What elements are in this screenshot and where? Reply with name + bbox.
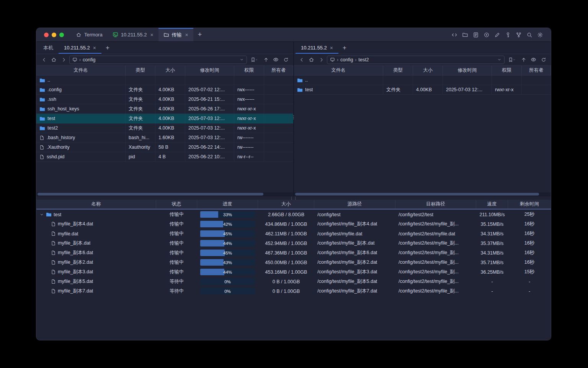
column-header[interactable]: 类型 (126, 66, 155, 75)
tab-label: 传输 (172, 31, 182, 38)
right-pane-forward-button[interactable] (317, 56, 326, 64)
right-pane-hscrollbar[interactable] (294, 192, 551, 196)
column-header[interactable]: 名称 (36, 200, 156, 209)
left-pane-show-hidden-button[interactable] (271, 56, 280, 64)
right-pane-show-hidden-button[interactable] (529, 56, 538, 64)
toolbar-branch-button[interactable] (514, 30, 523, 39)
column-header[interactable]: 所有者 (264, 66, 293, 75)
transfer-row[interactable]: myfile_副本.dat传输中44%452.94MB / 1.00GB/con… (36, 238, 551, 248)
left-pane-home-button[interactable] (49, 56, 58, 64)
right-pane-path-bar[interactable]: ›config›test2 (327, 56, 505, 64)
transfer-row[interactable]: test传输中33%2.66GB / 8.00GB/config/test/co… (36, 210, 551, 219)
file-row[interactable]: .XauthorityXauthority58 B2025-06-22 14:.… (36, 143, 293, 152)
left-pane-forward-button[interactable] (59, 56, 68, 64)
left-pane-refresh-button[interactable] (281, 56, 290, 64)
splitter-handle-icon[interactable]: ⋮ (291, 115, 296, 119)
right-pane-parent-dir-button[interactable] (519, 56, 528, 64)
left-pane-path-bar[interactable]: ›config (69, 56, 247, 64)
left-pane-hscrollbar[interactable] (36, 192, 293, 196)
column-header[interactable]: 大小 (258, 200, 314, 209)
scrollbar-thumb[interactable] (38, 193, 263, 196)
file-row[interactable]: sshd.pidpid4 B2025-06-22 10:...rw-r--r-- (36, 152, 293, 162)
chevron-down-icon[interactable] (497, 58, 501, 62)
right-pane-tab-0[interactable]: 10.211.55.2× (296, 42, 338, 54)
window-tab-host[interactable]: 10.211.55.2× (108, 28, 158, 41)
close-tab-icon[interactable]: × (150, 32, 153, 38)
toolbar-search-button[interactable] (524, 30, 534, 39)
file-name-cell: .config (36, 85, 126, 94)
window-tab-termora[interactable]: Termora (71, 28, 108, 41)
transfer-row[interactable]: myfile_副本5.dat等待中0%0 B / 1.00GB/config/t… (36, 277, 551, 286)
left-pane-tab-1[interactable]: 10.211.55.2× (59, 42, 101, 54)
zoom-window-button[interactable] (59, 33, 64, 37)
column-header[interactable]: 修改时间 (185, 66, 234, 75)
transfer-row[interactable]: myfile.dat传输中45%462.11MB / 1.00GB/config… (36, 229, 551, 238)
toolbar-record-button[interactable] (482, 30, 491, 39)
column-header[interactable]: 目标路径 (395, 200, 476, 209)
right-pane-bookmark-button[interactable] (506, 56, 518, 64)
column-header[interactable]: 修改时间 (443, 66, 492, 75)
close-tab-icon[interactable]: × (185, 32, 188, 38)
right-pane-home-button[interactable] (307, 56, 316, 64)
column-header[interactable]: 大小 (413, 66, 443, 75)
file-row[interactable]: test文件夹4.00KB2025-07-03 12:...rwxr-xr-x (294, 85, 551, 95)
transfer-row[interactable]: myfile_副本3.dat传输中44%453.16MB / 1.00GB/co… (36, 267, 551, 277)
scrollbar-thumb[interactable] (295, 193, 539, 196)
column-header[interactable]: 权限 (492, 66, 522, 75)
left-pane-bookmark-button[interactable] (248, 56, 260, 64)
transfer-splitter[interactable]: ⋮⋮ (36, 196, 551, 200)
transfer-row[interactable]: myfile_副本7.dat等待中0%0 B / 1.00GB/config/t… (36, 286, 551, 296)
pane-splitter[interactable]: ⋮ (293, 42, 294, 196)
file-row[interactable]: .. (36, 76, 293, 85)
file-icon (39, 145, 44, 150)
collapse-icon[interactable] (39, 212, 44, 217)
chevron-down-icon[interactable] (240, 58, 244, 62)
right-pane-refresh-button[interactable] (539, 56, 548, 64)
column-header[interactable]: 权限 (234, 66, 264, 75)
left-pane-new-tab-button[interactable]: + (101, 42, 114, 54)
close-window-button[interactable] (44, 33, 49, 37)
left-pane-parent-dir-button[interactable] (261, 56, 270, 64)
left-pane-back-button[interactable] (39, 56, 48, 64)
transfer-row[interactable]: myfile_副本6.dat传输中45%467.36MB / 1.00GB/co… (36, 248, 551, 258)
left-pane-tab-0[interactable]: 本机 (38, 42, 59, 54)
toolbar-edit-button[interactable] (492, 30, 502, 39)
file-icon (39, 135, 44, 140)
progress-label: 44% (200, 240, 255, 246)
toolbar-settings-button[interactable] (535, 30, 545, 39)
column-header[interactable]: 速度 (476, 200, 508, 209)
right-pane-back-button[interactable] (297, 56, 306, 64)
toolbar-code-button[interactable] (449, 30, 459, 39)
column-header[interactable]: 剩余时间 (508, 200, 551, 209)
path-segment[interactable]: test2 (358, 57, 369, 62)
transfer-row[interactable]: myfile_副本2.dat传输中43%450.00MB / 1.00GB/co… (36, 258, 551, 267)
path-segment[interactable]: config (83, 57, 95, 62)
column-header[interactable]: 进度 (197, 200, 258, 209)
window-tab-transfer[interactable]: 传输× (158, 28, 193, 41)
toolbar-key-button[interactable] (503, 30, 513, 39)
file-row[interactable]: test2文件夹4.00KB2025-07-03 12:...rwxr-xr-x (36, 123, 293, 133)
column-header[interactable]: 文件名 (36, 66, 126, 75)
close-tab-icon[interactable]: × (330, 45, 333, 51)
toolbar-log-button[interactable] (471, 30, 480, 39)
toolbar-folder-button[interactable] (460, 30, 470, 39)
minimize-window-button[interactable] (52, 33, 56, 37)
column-header[interactable]: 类型 (383, 66, 413, 75)
file-row[interactable]: .ssh文件夹4.00KB2025-06-21 15:...rwx------ (36, 95, 293, 104)
transfer-row[interactable]: myfile_副本4.dat传输中42%434.86MB / 1.00GB/co… (36, 219, 551, 229)
right-pane-new-tab-button[interactable]: + (338, 42, 351, 54)
column-header[interactable]: 文件名 (294, 66, 383, 75)
path-segment[interactable]: config (340, 57, 353, 62)
column-header[interactable]: 状态 (156, 200, 197, 209)
column-header[interactable]: 所有者 (522, 66, 551, 75)
file-row[interactable]: .bash_historybash_hi...1.60KB2025-07-03 … (36, 133, 293, 143)
file-row[interactable]: .config文件夹4.00KB2025-07-02 12:...rwx----… (36, 85, 293, 95)
file-name-cell: .ssh (36, 95, 126, 104)
file-row[interactable]: test文件夹4.00KB2025-07-03 12:...rwxr-xr-x (36, 114, 293, 123)
close-tab-icon[interactable]: × (93, 45, 96, 51)
new-window-tab-button[interactable]: + (193, 28, 207, 41)
file-row[interactable]: ssh_host_keys文件夹4.00KB2025-06-26 17:...r… (36, 104, 293, 114)
column-header[interactable]: 大小 (155, 66, 185, 75)
column-header[interactable]: 源路径 (314, 200, 395, 209)
file-row[interactable]: .. (294, 76, 551, 85)
